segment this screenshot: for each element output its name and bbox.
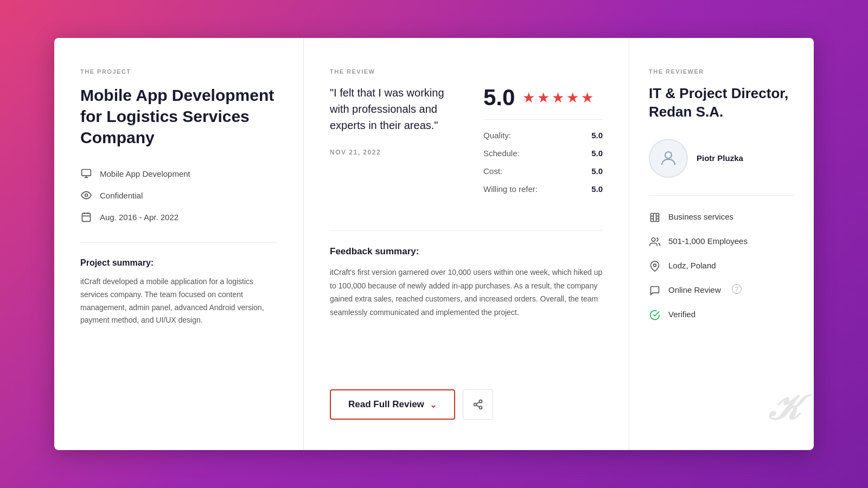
read-full-review-label: Read Full Review [348,399,424,410]
project-title: Mobile App Development for Logistics Ser… [80,85,277,148]
score-quality-label: Quality: [483,131,511,140]
svg-point-9 [474,403,476,406]
review-card: THE PROJECT Mobile App Development for L… [54,38,814,450]
star-3: ★ [552,89,564,106]
info-item-review-type: Online Review ? [649,284,794,297]
calendar-icon [80,211,92,223]
feedback-text: itCraft's first version garnered over 10… [330,266,603,319]
project-panel: THE PROJECT Mobile App Development for L… [54,38,304,450]
share-icon [473,399,483,410]
info-industry-text: Business services [668,211,733,222]
review-quote: "I felt that I was working with professi… [330,85,462,133]
feedback-label: Feedback summary: [330,246,603,257]
svg-rect-14 [651,213,659,221]
score-schedule-row: Schedule: 5.0 [483,144,603,162]
reviewer-avatar-row: Piotr Pluzka [649,139,794,178]
svg-point-8 [479,400,482,403]
reviewer-name: Piotr Pluzka [697,153,743,163]
info-item-location: Lodz, Poland [649,260,794,272]
svg-point-21 [652,237,655,241]
help-icon: ? [732,284,742,294]
svg-line-11 [476,405,480,407]
review-panel: THE REVIEW "I felt that I was working wi… [304,38,629,450]
k-watermark: 𝒦 [769,388,797,428]
meta-confidential-label: Confidential [100,191,143,200]
project-section-label: THE PROJECT [80,68,277,75]
score-schedule-value: 5.0 [591,149,603,158]
svg-point-22 [654,264,656,266]
person-icon [659,149,678,168]
score-refer-value: 5.0 [591,184,603,194]
score-schedule-label: Schedule: [483,149,520,158]
eye-icon [80,189,92,201]
read-full-review-button[interactable]: Read Full Review ⌄ [330,389,455,420]
review-quote-area: "I felt that I was working with professi… [330,85,462,198]
score-refer-row: Willing to refer: 5.0 [483,180,603,198]
info-employees-text: 501-1,000 Employees [668,235,748,247]
meta-item-date: Aug. 2016 - Apr. 2022 [80,211,277,223]
score-refer-label: Willing to refer: [483,184,538,194]
monitor-icon [80,168,92,179]
svg-point-13 [665,152,672,158]
reviewer-panel: THE REVIEWER IT & Project Director, Reda… [629,38,814,450]
score-cost-label: Cost: [483,166,502,176]
info-location-text: Lodz, Poland [668,260,716,271]
check-circle-icon [649,309,661,321]
star-1: ★ [522,89,535,106]
share-button[interactable] [463,389,493,420]
info-verified-text: Verified [668,309,695,320]
star-4: ★ [566,89,579,106]
info-review-type-text: Online Review [668,284,721,296]
project-meta-list: Mobile App Development Confidential Aug.… [80,168,277,223]
location-icon [649,260,661,272]
feedback-divider [330,230,603,231]
svg-rect-4 [82,213,91,221]
score-cost-value: 5.0 [591,166,603,176]
info-item-verified: Verified [649,309,794,321]
left-divider [80,242,277,243]
svg-line-12 [476,402,480,403]
action-row: Read Full Review ⌄ [330,389,603,420]
svg-point-10 [479,406,482,409]
reviewer-info-list: Business services 501-1,000 Employees [649,211,794,321]
review-scores-area: 5.0 ★ ★ ★ ★ ★ Quality: 5.0 Schedule: [483,85,603,198]
reviewer-section-label: THE REVIEWER [649,68,794,75]
review-section-label: THE REVIEW [330,68,603,75]
star-rating: ★ ★ ★ ★ ★ [522,89,593,106]
reviewer-divider [649,195,794,196]
meta-date-label: Aug. 2016 - Apr. 2022 [100,213,178,222]
people-icon [649,236,661,248]
meta-service-label: Mobile App Development [100,169,190,178]
review-header: "I felt that I was working with professi… [330,85,603,198]
svg-rect-0 [82,170,91,176]
meta-item-confidential: Confidential [80,189,277,201]
star-2: ★ [537,89,550,106]
building-icon [649,211,661,223]
svg-point-3 [85,194,88,197]
star-5: ★ [581,89,593,106]
project-summary-label: Project summary: [80,258,277,268]
reviewer-title: IT & Project Director, Redan S.A. [649,85,794,121]
score-quality-value: 5.0 [591,131,603,140]
score-cost-row: Cost: 5.0 [483,162,603,180]
overall-score-number: 5.0 [483,85,515,111]
chat-icon [649,285,661,297]
score-divider [483,119,603,120]
chevron-down-icon: ⌄ [430,400,437,410]
project-summary-text: itCraft developed a mobile application f… [80,275,277,327]
score-quality-row: Quality: 5.0 [483,126,603,144]
meta-item-service: Mobile App Development [80,168,277,179]
info-item-industry: Business services [649,211,794,223]
info-item-employees: 501-1,000 Employees [649,235,794,248]
review-date: NOV 21, 2022 [330,149,462,156]
overall-score-row: 5.0 ★ ★ ★ ★ ★ [483,85,603,111]
avatar [649,139,688,178]
